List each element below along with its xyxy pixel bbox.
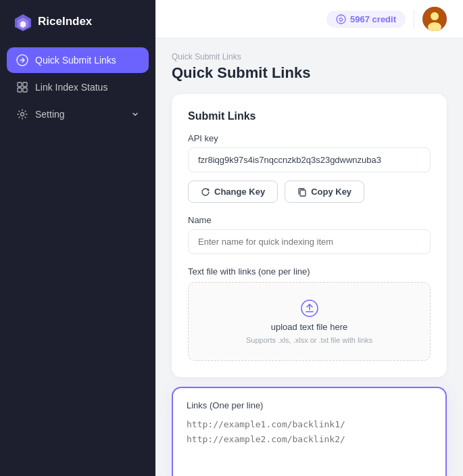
upload-sub: Supports .xls, .xlsx or .txt file with l… (246, 336, 372, 344)
top-header: 5967 credit (155, 0, 463, 39)
copy-key-button[interactable]: Copy Key (285, 181, 364, 203)
svg-rect-15 (300, 190, 306, 196)
breadcrumb: Quick Submit Links (172, 52, 447, 62)
page-title: Quick Submit Links (172, 64, 447, 82)
header-divider (414, 9, 414, 28)
name-input[interactable] (188, 229, 431, 254)
links-label: Links (One per line) (187, 400, 432, 410)
gear-icon (16, 108, 28, 120)
svg-point-8 (21, 113, 24, 116)
link-icon (16, 54, 28, 66)
upload-box[interactable]: upload text file here Supports .xls, .xl… (188, 282, 431, 361)
name-label: Name (188, 215, 431, 225)
svg-rect-7 (23, 88, 27, 92)
section-title: Submit Links (188, 110, 431, 122)
sidebar-item-setting-label: Setting (35, 109, 65, 120)
svg-rect-4 (18, 82, 22, 87)
links-textarea[interactable] (187, 417, 432, 476)
sidebar-item-link-index-status[interactable]: Link Index Status (7, 74, 149, 100)
text-file-label: Text file with links (one per line) (188, 266, 431, 277)
avatar-image (422, 7, 447, 31)
credit-amount: 5967 credit (350, 14, 396, 24)
svg-point-13 (431, 12, 439, 20)
sidebar-item-quick-submit-label: Quick Submit Links (35, 55, 116, 66)
api-key-input[interactable] (188, 147, 431, 172)
api-key-label: API key (188, 133, 431, 143)
upload-text: upload text file here (271, 322, 347, 332)
refresh-icon (201, 187, 210, 197)
svg-point-9 (337, 15, 345, 24)
content-area: Quick Submit Links Quick Submit Links Su… (155, 39, 463, 476)
links-card: Links (One per line) (172, 387, 447, 476)
logo: RiceIndex (0, 0, 155, 42)
upload-icon (300, 299, 319, 318)
main-area: 5967 credit Quick Submit Links Quick Sub… (155, 0, 463, 476)
index-status-icon (16, 81, 28, 93)
sidebar-nav: Quick Submit Links Link Index Status Set… (0, 42, 155, 133)
sidebar-item-quick-submit[interactable]: Quick Submit Links (7, 47, 149, 73)
submit-links-card: Submit Links API key Change Key (172, 94, 447, 377)
setting-left: Setting (16, 108, 65, 120)
sidebar-item-link-index-status-label: Link Index Status (35, 82, 107, 93)
change-key-button[interactable]: Change Key (188, 181, 278, 203)
svg-rect-6 (18, 88, 22, 92)
chevron-down-icon (131, 110, 139, 118)
api-key-buttons: Change Key Copy Key (188, 181, 431, 203)
credit-icon (336, 14, 346, 24)
logo-icon (14, 12, 32, 31)
sidebar-item-setting[interactable]: Setting (7, 101, 149, 127)
sidebar: RiceIndex Quick Submit Links Link Index … (0, 0, 155, 476)
logo-text: RiceIndex (38, 15, 92, 28)
avatar[interactable] (422, 7, 447, 31)
credit-badge: 5967 credit (326, 11, 406, 28)
copy-icon (297, 187, 307, 197)
svg-rect-5 (23, 82, 27, 87)
